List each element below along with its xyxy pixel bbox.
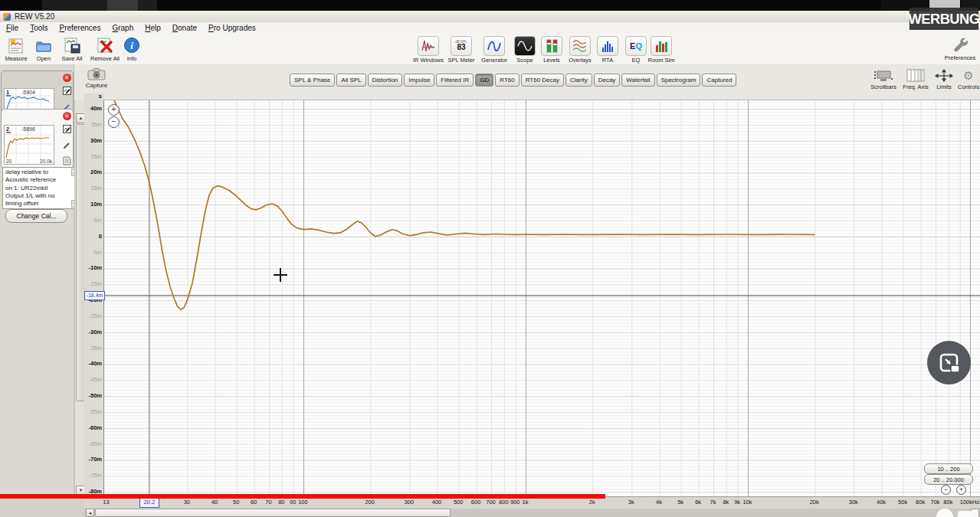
menu-help[interactable]: Help	[145, 24, 161, 32]
measurement-sidebar: 1 -5904 20 20.0k ✕ 2 -5896 20 20.0k	[0, 64, 74, 499]
video-control-overlay[interactable]	[958, 511, 978, 517]
y-tick-label: -40m	[84, 360, 102, 367]
y-tick-label: -25m	[84, 312, 102, 319]
tab-all-spl[interactable]: All SPL	[336, 74, 365, 87]
grid-lines	[104, 100, 980, 497]
generator-icon	[483, 36, 505, 56]
x-tick-label: 2k	[577, 499, 608, 506]
graph-tab-bar: SPL & PhaseAll SPLDistortionImpulseFilte…	[290, 74, 736, 87]
zoom-out-button[interactable]: −	[941, 485, 951, 495]
measurement-2-thumbnail: 2 -5896 20 20.0k	[4, 125, 54, 165]
levels-icon	[541, 36, 562, 56]
y-tick-label: -50m	[84, 392, 102, 399]
y-tick-label: -45m	[84, 376, 102, 383]
measurement-actions-icon[interactable]	[63, 84, 71, 98]
tab-distortion[interactable]: Distortion	[368, 74, 403, 87]
tab-decay[interactable]: Decay	[594, 74, 621, 87]
cal-text-line: delay relative to	[5, 169, 72, 176]
window-titlebar: REW V5.20	[0, 11, 980, 23]
tab-filtered-ir[interactable]: Filtered IR	[436, 74, 474, 87]
pencil-icon[interactable]	[63, 139, 71, 152]
bottom-left-corner	[0, 499, 84, 517]
menu-donate[interactable]: Donate	[172, 24, 197, 32]
menu-file[interactable]: File	[6, 24, 18, 32]
tab-rt60-decay[interactable]: RT60 Decay	[521, 74, 564, 87]
menubar: FileToolsPreferencesGraphHelpDonatePro U…	[0, 22, 980, 34]
y-tick-label: -75m	[84, 472, 102, 479]
cal-text-line: on 1: UR22mkII	[5, 185, 72, 192]
ir-windows-button[interactable]: IR Windows	[411, 36, 445, 64]
x-tick-label: 100kHz	[954, 499, 980, 506]
x-tick-label: 20k	[799, 499, 830, 506]
group-delay-plot[interactable]: + − -18.4m 10 .. 200 20 .. 20.000 − +	[103, 100, 980, 497]
preferences-button[interactable]: Preferences	[939, 36, 980, 61]
menu-tools[interactable]: Tools	[30, 24, 48, 32]
menu-preferences[interactable]: Preferences	[59, 24, 100, 32]
x-tick-label: 100	[287, 499, 318, 506]
x-tick-label: 300	[394, 499, 424, 506]
y-tick-label: -35m	[84, 345, 102, 352]
video-progress-bar[interactable]	[0, 494, 605, 499]
range-button-10-200[interactable]: 10 .. 200	[924, 463, 973, 474]
app-icon	[3, 13, 11, 21]
zoom-out-button[interactable]: −	[108, 116, 120, 128]
tab-waterfall[interactable]: Waterfall	[621, 74, 654, 87]
remove-measurement-icon[interactable]: ✕	[63, 112, 71, 120]
info-button[interactable]: i Info	[115, 36, 149, 62]
miniplayer-overlay-button[interactable]	[927, 341, 971, 384]
measurement-card-2[interactable]: 2 -5896 20 20.0k ✕	[1, 109, 74, 169]
preferences-wrench-icon	[952, 36, 969, 54]
menu-graph[interactable]: Graph	[112, 24, 133, 32]
y-tick-label: 20m	[84, 169, 102, 175]
gear-icon: ⚙	[959, 69, 978, 82]
x-tick-label: 30k	[838, 499, 869, 506]
ad-overlay-label: WERBUNG	[910, 8, 978, 30]
crosshair-cursor	[274, 274, 287, 276]
menu-pro-upgrades[interactable]: Pro Upgrades	[208, 24, 256, 32]
room-sim-button[interactable]: Room Sim	[644, 36, 678, 64]
remove-all-icon	[95, 36, 115, 54]
horizontal-scrollbar[interactable]: ◄ ►	[74, 509, 980, 517]
x-tick-label: 30	[172, 499, 202, 506]
sidebar-scrollbar[interactable]: ▲ ▼	[74, 100, 85, 496]
tab-rt60[interactable]: RT60	[495, 74, 519, 87]
scrollbars-button[interactable]: Scrollbars	[864, 69, 903, 90]
generator-button[interactable]: Generator	[477, 36, 511, 64]
x-tick-label: 200	[355, 499, 385, 506]
range-button-20-20000[interactable]: 20 .. 20.000	[924, 474, 973, 485]
tab-impulse[interactable]: Impulse	[404, 74, 434, 87]
spl-meter-button[interactable]: dB SPL 83 SPL Meter	[444, 36, 478, 64]
x-tick-label: 1k	[510, 499, 540, 506]
video-artifact	[42, 0, 157, 11]
save-all-button[interactable]: Save All	[55, 36, 89, 62]
tab-clarity[interactable]: Clarity	[565, 74, 592, 87]
camera-icon	[87, 67, 106, 82]
zoom-in-button[interactable]: +	[956, 485, 966, 495]
toolbar: Measure Open Save All Remove All i Info	[0, 34, 980, 65]
y-tick-label: 15m	[84, 185, 102, 191]
capture-button[interactable]: Capture	[83, 67, 110, 89]
ir-windows-icon	[418, 36, 439, 56]
plot-canvas	[104, 100, 980, 497]
scope-icon	[514, 36, 536, 56]
y-tick-label: -15m	[84, 280, 102, 287]
scrollbar-thumb[interactable]	[95, 509, 451, 517]
zoom-in-button[interactable]: +	[108, 104, 120, 116]
x-tick-label: 3k	[616, 499, 647, 506]
tab-spectrogram[interactable]: Spectrogram	[657, 74, 701, 87]
y-tick-label: 10m	[84, 201, 102, 208]
change-cal-button[interactable]: Change Cal...	[5, 209, 67, 223]
measurement-actions-icon[interactable]	[63, 123, 71, 136]
y-tick-label: -55m	[84, 408, 102, 415]
controls-button[interactable]: ⚙ Controls	[953, 69, 980, 90]
screen: WERBUNG REW V5.20 FileToolsPreferencesGr…	[0, 0, 980, 517]
tab-captured[interactable]: Captured	[702, 74, 736, 87]
remove-measurement-icon[interactable]: ✕	[63, 74, 71, 82]
x-tick-label: 10k	[732, 499, 762, 506]
overlays-icon	[569, 36, 591, 56]
tab-gd[interactable]: GD	[475, 74, 493, 87]
tab-spl-phase[interactable]: SPL & Phase	[290, 74, 335, 87]
spl-meter-icon: dB SPL 83	[451, 36, 472, 56]
cal-text-line: Acoustic reference	[5, 176, 72, 184]
scroll-left-icon[interactable]: ◄	[86, 509, 94, 517]
